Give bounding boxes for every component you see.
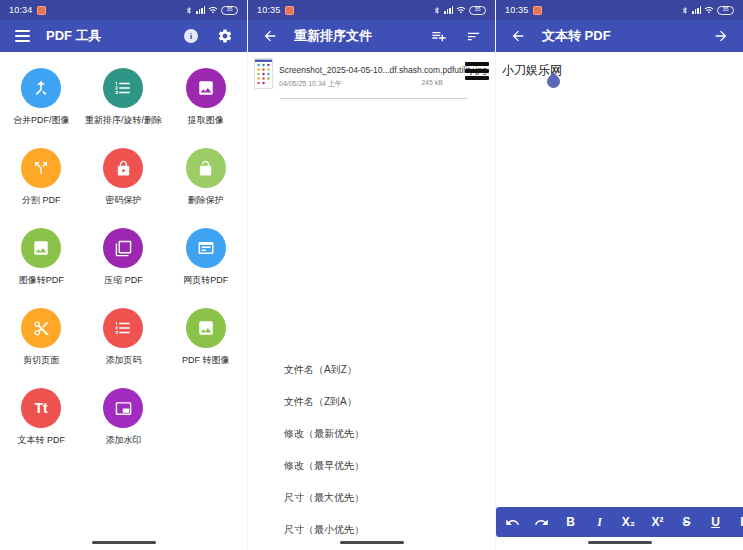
sort-icon[interactable] [463,26,483,46]
bluetooth-icon [185,6,193,15]
screen-pdf-tools: 10:34 35 PDF 工具 i 合并PDF/图像重新排序/旋转/删除提取图像… [0,0,248,550]
status-bar: 10:34 35 [0,0,247,20]
notification-app-icon [285,6,294,15]
file-name: Screenshot_2025-04-05-10...df.shash.com.… [279,65,487,75]
watermark-icon [103,388,143,428]
tool-pdf-to-image[interactable]: PDF 转图像 [165,308,247,388]
page-title: 重新排序文件 [294,27,415,45]
home-indicator[interactable] [588,541,652,544]
extract-image-icon [186,68,226,108]
home-indicator[interactable] [340,541,404,544]
pdf-to-image-icon [186,308,226,348]
tool-label: 添加页码 [105,354,141,367]
battery-icon: 35 [221,6,238,15]
file-row[interactable]: Screenshot_2025-04-05-10...df.shash.com.… [248,52,495,89]
tool-label: 提取图像 [188,114,224,127]
undo-icon[interactable] [498,507,527,537]
status-time: 10:35 [505,5,529,15]
tool-label: 重新排序/旋转/删除 [85,114,162,127]
tool-label: 密码保护 [105,194,141,207]
strikethrough-icon[interactable]: S [672,507,701,537]
sort-option[interactable]: 文件名（Z到A） [284,395,364,409]
sort-option[interactable]: 修改（最新优先） [284,427,364,441]
sort-option[interactable]: 尺寸（最大优先） [284,491,364,505]
screenshot-collage: 10:34 35 PDF 工具 i 合并PDF/图像重新排序/旋转/删除提取图像… [0,0,743,550]
bold-icon[interactable]: B [556,507,585,537]
screen-text-to-pdf: 10:35 35 文本转 PDF 小刀娱乐网 BIX₂X²SUH [496,0,743,550]
file-thumbnail [254,58,273,89]
tool-merge[interactable]: 合并PDF/图像 [0,68,82,148]
notification-app-icon [533,6,542,15]
tool-label: PDF 转图像 [182,354,230,367]
wifi-icon [208,6,218,14]
status-time: 10:34 [9,5,33,15]
tool-unlock[interactable]: 删除保护 [165,148,247,228]
wifi-icon [456,6,466,14]
tool-extract-image[interactable]: 提取图像 [165,68,247,148]
heading-icon[interactable]: H [730,507,743,537]
unlock-icon [186,148,226,188]
forward-arrow-icon[interactable] [711,26,731,46]
text-editor-area[interactable]: 小刀娱乐网 [496,52,743,87]
underline-icon[interactable]: U [701,507,730,537]
page-title: 文本转 PDF [542,27,697,45]
superscript-icon[interactable]: X² [643,507,672,537]
bluetooth-icon [433,6,441,15]
tool-lock[interactable]: 密码保护 [82,148,164,228]
tool-label: 图像转PDF [19,274,64,287]
signal-icon [692,6,701,14]
tool-split[interactable]: 分割 PDF [0,148,82,228]
file-date: 04/05/25 10.34 上午 [279,79,342,89]
battery-icon: 35 [717,6,734,15]
back-arrow-icon[interactable] [508,26,528,46]
tool-label: 添加水印 [105,434,141,447]
signal-icon [196,6,205,14]
compress-icon [103,228,143,268]
drag-handle-icon[interactable] [465,58,489,80]
tool-watermark[interactable]: 添加水印 [82,388,164,468]
tool-image-to-pdf[interactable]: 图像转PDF [0,228,82,308]
add-files-icon[interactable] [429,26,449,46]
battery-icon: 35 [469,6,486,15]
tool-numbered-list[interactable]: 重新排序/旋转/删除 [82,68,164,148]
text-icon: Tt [21,388,61,428]
subscript-icon[interactable]: X₂ [614,507,643,537]
tool-page-number[interactable]: 添加页码 [82,308,164,388]
page-title: PDF 工具 [46,27,167,45]
tool-label: 删除保护 [188,194,224,207]
app-bar: 重新排序文件 [248,20,495,52]
signal-icon [444,6,453,14]
status-bar: 10:35 35 [496,0,743,20]
app-bar: PDF 工具 i [0,20,247,52]
tool-text[interactable]: Tt文本转 PDF [0,388,82,468]
sort-options-menu: 文件名（A到Z）文件名（Z到A）修改（最新优先）修改（最早优先）尺寸（最大优先）… [284,363,364,537]
sort-option[interactable]: 修改（最早优先） [284,459,364,473]
scissors-icon [21,308,61,348]
info-icon[interactable]: i [181,26,201,46]
tool-label: 压缩 PDF [104,274,143,287]
app-bar: 文本转 PDF [496,20,743,52]
redo-icon[interactable] [527,507,556,537]
menu-icon[interactable] [12,26,32,46]
screen-reorder-files: 10:35 35 重新排序文件 [248,0,496,550]
numbered-list-icon [103,68,143,108]
file-size: 245 kB [421,79,443,89]
formatting-toolbar: BIX₂X²SUH [496,507,743,537]
merge-icon [21,68,61,108]
tools-grid: 合并PDF/图像重新排序/旋转/删除提取图像分割 PDF密码保护删除保护图像转P… [0,52,247,468]
sort-option[interactable]: 尺寸（最小优先） [284,523,364,537]
home-indicator[interactable] [92,541,156,544]
italic-icon[interactable]: I [585,507,614,537]
tool-label: 分割 PDF [22,194,61,207]
sort-option[interactable]: 文件名（A到Z） [284,363,364,377]
tool-scissors[interactable]: 剪切页面 [0,308,82,388]
divider [280,98,467,99]
status-time: 10:35 [257,5,281,15]
back-arrow-icon[interactable] [260,26,280,46]
gear-icon[interactable] [215,26,235,46]
tool-compress[interactable]: 压缩 PDF [82,228,164,308]
tool-web[interactable]: 网页转PDF [165,228,247,308]
split-icon [21,148,61,188]
tool-label: 文本转 PDF [17,434,65,447]
lock-icon [103,148,143,188]
